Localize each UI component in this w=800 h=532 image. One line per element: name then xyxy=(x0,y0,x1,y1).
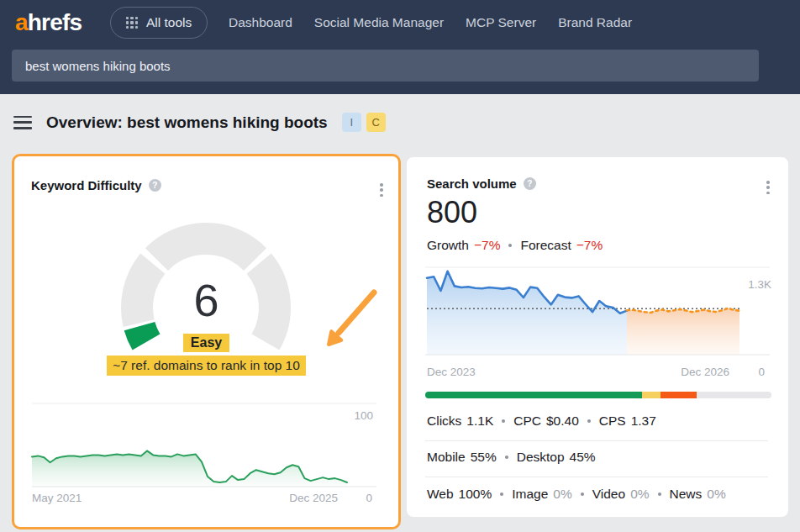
dot-separator xyxy=(502,419,505,423)
video-metric: Video 0% xyxy=(592,487,650,502)
sv-card-title: Search volume ? xyxy=(427,176,536,191)
web-label: Web xyxy=(427,487,454,502)
search-volume-value: 800 xyxy=(427,198,477,228)
kebab-menu-icon[interactable] xyxy=(376,180,387,200)
all-tools-label: All tools xyxy=(146,15,192,30)
sv-y-min-label: 0 xyxy=(758,366,765,378)
forecast-metric: Forecast −7% xyxy=(520,238,603,253)
keyword-badges: I C xyxy=(342,113,386,132)
clicks-metrics-row: Clicks 1.1K CPC $0.40 CPS 1.37 xyxy=(427,413,656,429)
nav-links: Dashboard Social Media Manager MCP Serve… xyxy=(229,0,632,45)
cps-value: 1.37 xyxy=(631,413,656,429)
cpc-label: CPC xyxy=(513,413,541,429)
search-value: best womens hiking boots xyxy=(25,59,171,73)
bar-segment-empty xyxy=(697,392,771,398)
image-label: Image xyxy=(512,487,548,502)
dot-separator xyxy=(581,492,584,496)
growth-metric: Growth −7% xyxy=(427,238,500,253)
cpc-value: $0.40 xyxy=(546,413,579,429)
kd-x-end-label: Dec 2025 xyxy=(289,492,338,504)
image-value: 0% xyxy=(553,487,571,502)
news-label: News xyxy=(670,487,703,502)
annotation-arrow-icon xyxy=(315,286,391,361)
platform-split-row: Web 100% Image 0% Video 0% News 0% xyxy=(427,487,726,502)
all-tools-button[interactable]: All tools xyxy=(110,7,208,39)
informational-intent-badge[interactable]: I xyxy=(342,113,361,132)
kd-difficulty-label: Easy xyxy=(183,334,229,352)
clicks-value: 1.1K xyxy=(466,413,493,429)
divider xyxy=(425,477,768,477)
cpc-metric: CPC $0.40 xyxy=(513,413,579,429)
search-volume-chart[interactable] xyxy=(407,258,788,380)
web-metric: Web 100% xyxy=(427,487,492,502)
sv-x-start-label: Dec 2023 xyxy=(427,366,476,378)
search-volume-card: Search volume ? 800 Growth −7% Forecast … xyxy=(407,157,788,517)
ahrefs-logo[interactable]: ahrefs xyxy=(15,9,82,36)
nav-item-mcp-server[interactable]: MCP Server xyxy=(466,15,536,30)
bar-segment-other xyxy=(661,392,697,398)
web-value: 100% xyxy=(459,487,492,502)
cps-metric: CPS 1.37 xyxy=(599,413,656,429)
nav-item-brand-radar[interactable]: Brand Radar xyxy=(558,15,632,30)
app: ahrefs All tools Dashboard Social Media … xyxy=(0,0,800,532)
bar-segment-organic xyxy=(425,392,642,398)
nav-item-dashboard[interactable]: Dashboard xyxy=(229,15,292,30)
clicks-distribution-bar xyxy=(425,392,771,398)
forecast-label: Forecast xyxy=(520,238,571,253)
help-icon[interactable]: ? xyxy=(524,177,536,190)
clicks-metric: Clicks 1.1K xyxy=(427,413,493,429)
kd-x-start-label: May 2021 xyxy=(32,492,82,504)
commercial-intent-badge[interactable]: C xyxy=(366,113,386,132)
image-metric: Image 0% xyxy=(512,487,572,502)
dot-separator xyxy=(658,492,661,496)
desktop-metric: Desktop 45% xyxy=(517,450,596,465)
kebab-menu-icon[interactable] xyxy=(763,177,773,198)
help-icon[interactable]: ? xyxy=(149,179,161,192)
sv-title-text: Search volume xyxy=(427,176,517,191)
dot-separator xyxy=(505,456,508,459)
top-nav: ahrefs All tools Dashboard Social Media … xyxy=(0,0,800,94)
growth-label: Growth xyxy=(427,238,469,253)
bar-segment-paid xyxy=(642,392,661,398)
dot-separator xyxy=(587,419,591,423)
menu-icon[interactable] xyxy=(13,116,32,129)
dot-separator xyxy=(500,492,503,496)
news-value: 0% xyxy=(707,487,725,502)
logo-accent-letter: a xyxy=(15,9,28,35)
news-metric: News 0% xyxy=(670,487,726,502)
mobile-value: 55% xyxy=(471,450,497,465)
growth-forecast-row: Growth −7% Forecast −7% xyxy=(427,238,603,253)
video-label: Video xyxy=(592,487,625,502)
sv-x-end-label: Dec 2026 xyxy=(681,366,729,378)
video-value: 0% xyxy=(630,487,649,502)
desktop-value: 45% xyxy=(570,450,596,465)
clicks-label: Clicks xyxy=(427,413,461,429)
kd-y-min-label: 0 xyxy=(366,492,372,504)
device-split-row: Mobile 55% Desktop 45% xyxy=(427,450,596,465)
kd-history-chart[interactable] xyxy=(14,387,403,501)
kd-card-title: Keyword Difficulty ? xyxy=(31,178,161,192)
cps-label: CPS xyxy=(599,413,626,429)
apps-grid-icon xyxy=(126,17,138,29)
kd-title-text: Keyword Difficulty xyxy=(31,178,142,192)
mobile-label: Mobile xyxy=(427,450,466,465)
keyword-search-input[interactable]: best womens hiking boots xyxy=(12,50,759,82)
forecast-value: −7% xyxy=(576,238,603,253)
kd-y-max-label: 100 xyxy=(354,409,373,422)
kd-note: ~7 ref. domains to rank in top 10 xyxy=(107,356,306,376)
keyword-difficulty-card: Keyword Difficulty ? 6 Easy ~7 ref. doma… xyxy=(12,154,401,529)
page-header: Overview: best womens hiking boots I C xyxy=(13,113,386,132)
growth-value: −7% xyxy=(474,238,500,253)
dot-separator xyxy=(508,244,512,247)
nav-item-social-media-manager[interactable]: Social Media Manager xyxy=(314,15,444,30)
sv-y-max-label: 1.3K xyxy=(748,278,771,291)
mobile-metric: Mobile 55% xyxy=(427,450,497,465)
divider xyxy=(425,440,768,441)
page-title: Overview: best womens hiking boots xyxy=(46,113,328,132)
desktop-label: Desktop xyxy=(517,450,565,465)
logo-rest: hrefs xyxy=(28,9,82,35)
